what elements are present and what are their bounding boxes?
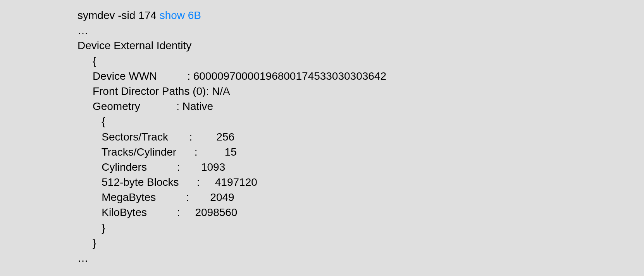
command-line: symdev -sid 174 show 6B	[77, 9, 201, 21]
brace-open-outer: {	[77, 55, 96, 67]
megabytes-line: MegaBytes : 2049	[77, 191, 234, 203]
ellipsis-top: …	[77, 24, 88, 36]
brace-close-inner: }	[77, 222, 105, 234]
geometry-line: Geometry : Native	[77, 100, 213, 112]
kilobytes-line: KiloBytes : 2098560	[77, 206, 237, 218]
section-header: Device External Identity	[77, 39, 191, 51]
command-prefix: symdev -sid 174	[77, 9, 160, 21]
tracks-per-cylinder-line: Tracks/Cylinder : 15	[77, 146, 237, 158]
device-wwn-line: Device WWN : 600009700001968001745330303…	[77, 70, 386, 82]
front-director-paths-line: Front Director Paths (0): N/A	[77, 85, 230, 97]
sectors-per-track-line: Sectors/Track : 256	[77, 131, 234, 143]
cylinders-line: Cylinders : 1093	[77, 161, 225, 173]
command-highlight: show 6B	[160, 9, 201, 21]
ellipsis-bottom: …	[77, 252, 88, 264]
terminal-output: symdev -sid 174 show 6B … Device Externa…	[0, 0, 644, 266]
brace-close-outer: }	[77, 237, 96, 249]
brace-open-inner: {	[77, 115, 105, 127]
blocks-line: 512-byte Blocks : 4197120	[77, 176, 257, 188]
